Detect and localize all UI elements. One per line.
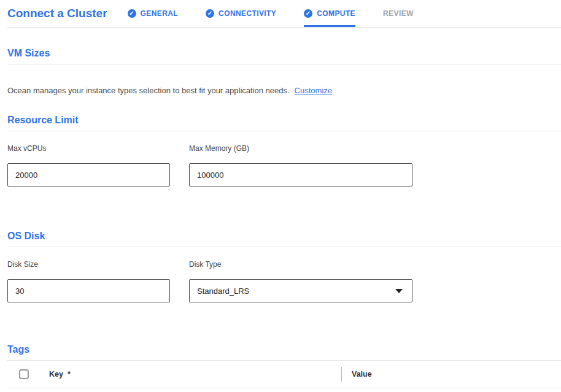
tags-table-header: Key * Value — [7, 361, 561, 388]
check-circle-icon: ✓ — [206, 9, 214, 18]
disk-type-selected-value: Standard_LRS — [197, 286, 249, 296]
vm-sizes-description: Ocean manages your instance types select… — [7, 86, 561, 95]
tab-general-label: GENERAL — [141, 9, 178, 18]
os-disk-heading: OS Disk — [7, 231, 561, 247]
vm-sizes-heading: VM Sizes — [7, 48, 561, 64]
tab-review-label: REVIEW — [383, 9, 414, 18]
resource-limit-fields: Max vCPUs Max Memory (GB) — [7, 144, 561, 186]
max-vcpus-field-group: Max vCPUs — [7, 144, 170, 186]
tags-key-required-marker: * — [68, 370, 71, 379]
select-all-checkbox[interactable] — [19, 369, 29, 379]
resource-limit-heading: Resource Limit — [7, 115, 561, 131]
tab-general[interactable]: ✓ GENERAL — [128, 0, 178, 27]
max-memory-label: Max Memory (GB) — [189, 144, 412, 153]
check-circle-icon: ✓ — [304, 9, 312, 18]
tags-heading: Tags — [7, 344, 561, 361]
customize-link[interactable]: Customize — [295, 86, 332, 95]
tab-connectivity[interactable]: ✓ CONNECTIVITY — [206, 0, 276, 27]
tags-key-label: Key — [49, 370, 63, 379]
disk-size-label: Disk Size — [7, 260, 170, 269]
max-vcpus-input[interactable] — [7, 163, 170, 186]
tab-connectivity-label: CONNECTIVITY — [219, 9, 276, 18]
vm-sizes-description-text: Ocean manages your instance types select… — [7, 86, 290, 95]
tab-review[interactable]: REVIEW — [383, 0, 414, 27]
disk-size-field-group: Disk Size — [7, 260, 170, 302]
os-disk-fields: Disk Size Disk Type Standard_LRS — [7, 260, 561, 302]
caret-down-icon — [395, 289, 403, 293]
disk-type-select[interactable]: Standard_LRS — [189, 279, 412, 302]
disk-type-label: Disk Type — [189, 260, 412, 269]
max-vcpus-label: Max vCPUs — [7, 144, 170, 153]
disk-type-field-group: Disk Type Standard_LRS — [189, 260, 412, 302]
tags-value-column-header: Value — [352, 370, 372, 379]
wizard-header: Connect a Cluster ✓ GENERAL ✓ CONNECTIVI… — [7, 0, 561, 28]
disk-size-input[interactable] — [7, 279, 170, 302]
tab-compute-label: COMPUTE — [317, 9, 355, 18]
max-memory-field-group: Max Memory (GB) — [189, 144, 412, 186]
wizard-tabs: ✓ GENERAL ✓ CONNECTIVITY ✓ COMPUTE REVIE… — [128, 0, 441, 27]
max-memory-input[interactable] — [189, 163, 412, 186]
tab-compute[interactable]: ✓ COMPUTE — [304, 0, 355, 27]
check-circle-icon: ✓ — [128, 9, 136, 18]
column-separator — [341, 367, 342, 382]
tags-key-column-header: Key * — [49, 370, 341, 379]
page-title: Connect a Cluster — [7, 7, 107, 20]
